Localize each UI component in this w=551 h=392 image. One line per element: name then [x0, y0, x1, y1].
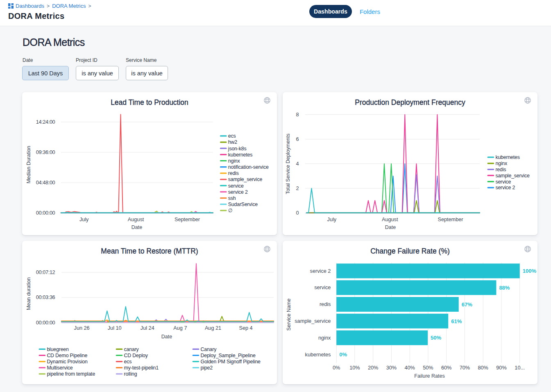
svg-text:100%: 100% — [523, 268, 537, 274]
svg-text:August: August — [382, 217, 398, 222]
svg-text:pipe2: pipe2 — [201, 365, 213, 371]
svg-text:my-test-pipelin1: my-test-pipelin1 — [124, 365, 159, 371]
svg-text:ecs: ecs — [228, 133, 236, 139]
svg-text:Multiservice: Multiservice — [47, 365, 73, 371]
svg-text:Aug 7: Aug 7 — [173, 325, 187, 331]
svg-text:61%: 61% — [451, 318, 462, 324]
svg-text:Service Name: Service Name — [286, 299, 292, 331]
svg-text:August: August — [128, 217, 144, 222]
svg-text:09:36:00: 09:36:00 — [36, 150, 55, 155]
svg-text:redis: redis — [228, 170, 239, 176]
svg-text:service 2: service 2 — [228, 189, 248, 195]
svg-text:redis: redis — [495, 167, 506, 172]
svg-text:∅: ∅ — [228, 208, 233, 213]
svg-text:Dynamic Provision: Dynamic Provision — [47, 359, 88, 365]
svg-text:50%: 50% — [423, 365, 433, 371]
svg-text:ssh: ssh — [228, 195, 236, 201]
svg-text:json-k8s: json-k8s — [228, 146, 247, 152]
svg-text:kubernetes: kubernetes — [495, 154, 519, 160]
svg-text:Change Failure Rate (%): Change Failure Rate (%) — [370, 247, 450, 255]
svg-text:service: service — [495, 179, 511, 185]
svg-text:notification-service: notification-service — [228, 164, 269, 170]
svg-text:8: 8 — [296, 112, 299, 118]
svg-text:Total Service Deployments: Total Service Deployments — [285, 134, 291, 194]
svg-text:nginx: nginx — [318, 335, 331, 341]
svg-text:Date: Date — [385, 224, 396, 230]
svg-text:sample_service: sample_service — [495, 173, 530, 179]
svg-text:00:00:00: 00:00:00 — [36, 210, 55, 216]
svg-text:Date: Date — [161, 334, 172, 340]
svg-text:service: service — [228, 183, 244, 189]
svg-text:Aug 21: Aug 21 — [205, 325, 221, 331]
svg-text:canary: canary — [124, 347, 139, 352]
svg-text:CD Deploy: CD Deploy — [124, 353, 148, 358]
svg-text:Sep 4: Sep 4 — [239, 325, 253, 331]
svg-text:2: 2 — [296, 186, 299, 191]
svg-text:88%: 88% — [499, 285, 510, 291]
svg-text:10%: 10% — [349, 365, 360, 371]
svg-text:bluegreen: bluegreen — [47, 347, 69, 352]
svg-text:10...: 10... — [515, 365, 525, 371]
svg-text:Canary: Canary — [201, 347, 217, 352]
svg-text:rolling: rolling — [124, 371, 137, 377]
svg-text:50%: 50% — [431, 335, 441, 341]
svg-text:30%: 30% — [386, 365, 397, 371]
svg-text:Deploy_Sample_Pipeline: Deploy_Sample_Pipeline — [201, 353, 256, 358]
svg-text:kubernetes: kubernetes — [305, 352, 331, 358]
svg-text:60%: 60% — [441, 365, 451, 371]
svg-text:00:07:12: 00:07:12 — [36, 270, 55, 275]
svg-text:Median Duration: Median Duration — [26, 146, 32, 184]
svg-text:service 2: service 2 — [495, 185, 515, 190]
svg-text:Date: Date — [132, 224, 142, 230]
svg-text:80%: 80% — [478, 365, 488, 371]
svg-text:SudarService: SudarService — [228, 202, 258, 207]
svg-text:September: September — [438, 217, 463, 222]
svg-text:Mean Time to Restore (MTTR): Mean Time to Restore (MTTR) — [101, 247, 198, 255]
svg-text:67%: 67% — [462, 301, 472, 308]
svg-text:0: 0 — [296, 210, 299, 216]
svg-text:4: 4 — [296, 161, 299, 167]
svg-text:pipeline from template: pipeline from template — [47, 371, 95, 377]
svg-text:Mean duration: Mean duration — [26, 277, 32, 310]
svg-text:CD Demo Pipeline: CD Demo Pipeline — [47, 353, 87, 358]
svg-text:00:03:36: 00:03:36 — [36, 295, 55, 300]
svg-text:sample_service: sample_service — [228, 177, 263, 182]
svg-text:0%: 0% — [339, 351, 347, 358]
svg-text:14:24:00: 14:24:00 — [36, 119, 55, 125]
svg-text:40%: 40% — [404, 365, 415, 371]
svg-text:sample_service: sample_service — [295, 318, 331, 324]
svg-text:July: July — [79, 217, 89, 222]
svg-text:Jun 26: Jun 26 — [74, 325, 90, 331]
svg-text:hw2: hw2 — [228, 139, 237, 145]
svg-text:90%: 90% — [496, 365, 506, 371]
svg-text:6: 6 — [296, 136, 299, 142]
svg-text:July: July — [327, 217, 337, 222]
svg-text:00:00:00: 00:00:00 — [36, 320, 55, 326]
svg-text:nginx: nginx — [495, 161, 508, 166]
svg-text:September: September — [175, 217, 200, 222]
svg-text:70%: 70% — [460, 365, 470, 371]
svg-text:ecs: ecs — [124, 359, 132, 365]
svg-text:Production Deployment Frequenc: Production Deployment Frequency — [355, 98, 465, 106]
svg-text:Jul 10: Jul 10 — [108, 325, 122, 331]
svg-text:service: service — [314, 285, 331, 290]
svg-text:20%: 20% — [368, 365, 378, 371]
svg-text:Golden PM Signoff Pipeline: Golden PM Signoff Pipeline — [201, 359, 261, 365]
svg-text:Failure Rates: Failure Rates — [414, 373, 444, 379]
svg-text:nginx: nginx — [228, 158, 240, 164]
svg-text:04:48:00: 04:48:00 — [36, 180, 55, 186]
svg-text:0%: 0% — [333, 365, 340, 371]
svg-text:service 2: service 2 — [310, 268, 331, 274]
svg-text:Lead Time to Production: Lead Time to Production — [111, 98, 188, 106]
svg-text:Jul 24: Jul 24 — [141, 325, 154, 331]
svg-text:redis: redis — [320, 301, 331, 307]
svg-text:kubernetes: kubernetes — [228, 152, 252, 158]
